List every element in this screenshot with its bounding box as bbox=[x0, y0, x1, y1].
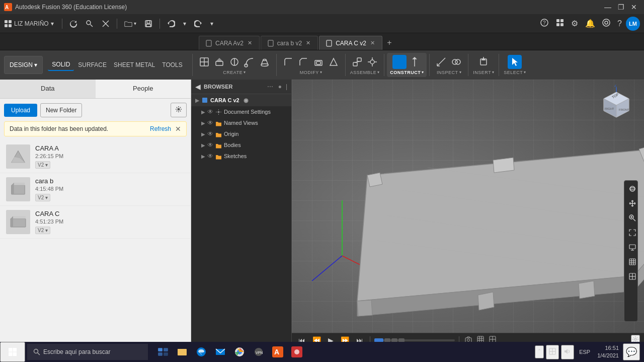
settings-button[interactable]: ⚙ bbox=[568, 17, 581, 30]
tab-close-cara-cv2[interactable]: ✕ bbox=[369, 40, 376, 46]
user-section[interactable]: LIZ MARIÑO ▾ bbox=[4, 20, 54, 28]
construct-arrow[interactable]: ▾ bbox=[422, 70, 424, 75]
chamfer-button[interactable] bbox=[296, 55, 310, 69]
maximize-button[interactable]: ❐ bbox=[615, 1, 627, 13]
display-settings-button[interactable] bbox=[626, 241, 635, 255]
undo-dropdown[interactable]: ▾ bbox=[180, 18, 189, 29]
taskbar-edge[interactable] bbox=[192, 342, 210, 362]
tools-tab[interactable]: TOOLS bbox=[159, 59, 185, 71]
taskbar-red-app[interactable] bbox=[288, 342, 306, 362]
data-tab[interactable]: Data bbox=[0, 80, 96, 98]
orbit-button[interactable] bbox=[626, 183, 635, 196]
tab-cara-av2[interactable]: CARA Av2 ✕ bbox=[199, 36, 260, 50]
notification-refresh[interactable]: Refresh bbox=[150, 125, 171, 132]
browser-item-named-views[interactable]: ▶ 👁 Named Views bbox=[191, 117, 291, 128]
panel-settings-button[interactable] bbox=[171, 103, 187, 117]
shell-button[interactable] bbox=[311, 55, 326, 69]
sweep-button[interactable] bbox=[243, 55, 257, 69]
close-button[interactable]: ✕ bbox=[628, 1, 640, 13]
search-button[interactable] bbox=[83, 18, 97, 30]
insert-arrow[interactable]: ▾ bbox=[492, 70, 494, 75]
visibility-icon-sketches[interactable]: 👁 bbox=[207, 153, 213, 160]
solid-tab[interactable]: SOLID bbox=[48, 59, 74, 71]
select-button[interactable] bbox=[508, 55, 522, 69]
draft-button[interactable] bbox=[327, 55, 341, 69]
visibility-icon-origin[interactable]: 👁 bbox=[207, 130, 213, 137]
tab-cara-bv2[interactable]: cara b v2 ✕ bbox=[261, 36, 318, 50]
browser-root-item[interactable]: ▶ CARA C v2 ◉ bbox=[191, 94, 291, 106]
file-item-cara-a[interactable]: CARA A 2:26:15 PM V2 ▾ bbox=[0, 140, 191, 173]
help2-button[interactable]: ? bbox=[614, 17, 625, 30]
volume-button[interactable] bbox=[561, 345, 574, 359]
open-button[interactable]: ▾ bbox=[121, 18, 139, 30]
extrude-button[interactable] bbox=[212, 55, 226, 69]
insert-mesh-button[interactable] bbox=[476, 55, 491, 69]
create-sketch-button[interactable] bbox=[197, 55, 211, 69]
create-arrow[interactable]: ▾ bbox=[244, 70, 246, 75]
assemble-btn1[interactable] bbox=[350, 55, 364, 69]
loft-button[interactable] bbox=[258, 55, 272, 69]
browser-options[interactable]: ⋯ bbox=[267, 83, 273, 90]
search-bar[interactable]: Escribe aquí para buscar bbox=[27, 344, 148, 360]
file-item-cara-b[interactable]: cara b 4:15:48 PM V2 ▾ bbox=[0, 173, 191, 206]
zoom-fit-button[interactable] bbox=[626, 227, 635, 240]
visibility-icon-views[interactable]: 👁 bbox=[207, 119, 213, 126]
start-button[interactable] bbox=[0, 342, 25, 362]
joint-button[interactable] bbox=[365, 55, 379, 69]
file-version-cara-b[interactable]: V2 ▾ bbox=[35, 194, 50, 201]
modify-arrow[interactable]: ▾ bbox=[320, 70, 322, 75]
network-button[interactable] bbox=[546, 345, 559, 359]
interference-button[interactable] bbox=[449, 55, 463, 69]
extensions-button[interactable] bbox=[553, 17, 567, 31]
people-tab[interactable]: People bbox=[96, 80, 191, 98]
file-version-cara-a[interactable]: V2 ▾ bbox=[35, 161, 50, 169]
browser-item-origin[interactable]: ▶ 👁 Origin bbox=[191, 128, 291, 139]
construct-axis-button[interactable] bbox=[408, 55, 422, 69]
surface-tab[interactable]: SURFACE bbox=[75, 59, 110, 71]
clock[interactable]: 16:51 1/4/2021 bbox=[595, 342, 621, 362]
design-dropdown-button[interactable]: DESIGN ▾ bbox=[4, 56, 43, 74]
community-button[interactable] bbox=[599, 17, 613, 31]
avatar[interactable]: LM bbox=[626, 17, 640, 31]
tray-expand-button[interactable]: ˄ bbox=[535, 345, 544, 358]
taskbar-mail[interactable] bbox=[211, 342, 229, 362]
select-arrow[interactable]: ▾ bbox=[524, 70, 526, 75]
minimize-button[interactable]: — bbox=[602, 1, 614, 13]
visibility-icon-bodies[interactable]: 👁 bbox=[207, 141, 213, 149]
redo-dropdown[interactable]: ▾ bbox=[207, 18, 216, 29]
taskbar-fusion[interactable]: A bbox=[269, 342, 287, 362]
taskbar-vpn[interactable]: VPN bbox=[250, 342, 268, 362]
tab-close-cara-bv2[interactable]: ✕ bbox=[305, 40, 311, 46]
help-button[interactable]: ? bbox=[537, 16, 552, 31]
upload-button[interactable]: Upload bbox=[4, 104, 37, 117]
file-version-cara-c[interactable]: V2 ▾ bbox=[35, 227, 50, 234]
multi-view-button[interactable] bbox=[626, 270, 635, 284]
construct-plane-button[interactable] bbox=[392, 55, 407, 69]
new-folder-button[interactable]: New Folder bbox=[40, 103, 82, 117]
browser-pin[interactable]: ● bbox=[278, 83, 282, 90]
new-tab-button[interactable]: + bbox=[383, 36, 395, 50]
zoom-button[interactable] bbox=[626, 212, 635, 226]
grid-settings-button[interactable] bbox=[626, 256, 635, 269]
fillet-button[interactable] bbox=[281, 55, 295, 69]
viewcube[interactable]: Z TOP FRONT RIGHT bbox=[599, 85, 634, 120]
language-button[interactable]: ESP bbox=[576, 347, 593, 357]
pan-button[interactable] bbox=[626, 197, 635, 211]
notifications-button[interactable]: 🔔 bbox=[582, 17, 598, 30]
file-item-cara-c[interactable]: CARA C 4:51:23 PM V2 ▾ bbox=[0, 206, 191, 239]
taskbar-task-view[interactable] bbox=[154, 342, 172, 362]
save-button[interactable] bbox=[141, 18, 155, 30]
browser-item-document-settings[interactable]: ▶ 👁 Document Settings bbox=[191, 106, 291, 117]
notification-close[interactable]: ✕ bbox=[175, 125, 181, 133]
tab-close-cara-av2[interactable]: ✕ bbox=[247, 40, 253, 46]
taskbar-chrome[interactable] bbox=[230, 342, 249, 362]
refresh-button[interactable] bbox=[66, 18, 80, 30]
taskbar-file-explorer[interactable] bbox=[173, 342, 191, 362]
action-center-button[interactable]: 💬 bbox=[623, 343, 640, 360]
browser-item-bodies[interactable]: ▶ 👁 Bodies bbox=[191, 139, 291, 151]
measure-button[interactable] bbox=[434, 55, 448, 69]
tab-cara-cv2[interactable]: CARA C v2 ✕ bbox=[319, 36, 382, 50]
inspect-arrow[interactable]: ▾ bbox=[459, 70, 461, 75]
revolve-button[interactable] bbox=[227, 55, 242, 69]
browser-collapse-button[interactable]: ◀ bbox=[195, 83, 201, 91]
